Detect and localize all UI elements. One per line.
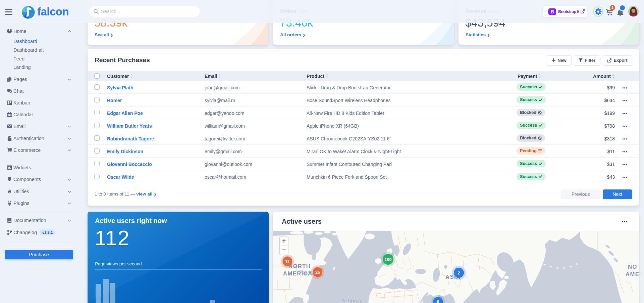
svg-text:AME: AME	[626, 271, 639, 277]
svg-text:NO: NO	[628, 264, 637, 270]
svg-text:AMERICA: AMERICA	[283, 270, 313, 276]
svg-text:8: 8	[437, 300, 439, 303]
svg-text:2: 2	[458, 271, 460, 275]
svg-text:26: 26	[315, 270, 320, 275]
svg-text:Atlantic: Atlantic	[341, 298, 363, 303]
svg-text:100: 100	[385, 257, 392, 262]
svg-text:11: 11	[285, 259, 289, 264]
svg-text:B: B	[551, 9, 554, 14]
